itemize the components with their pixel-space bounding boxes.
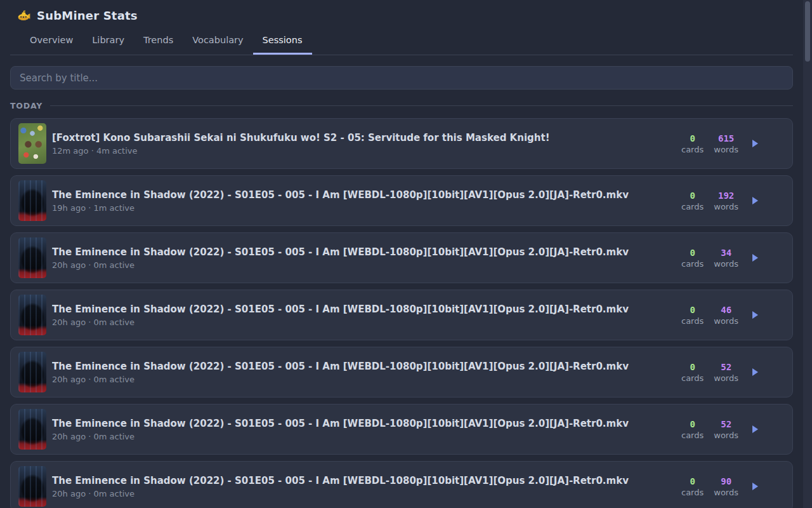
cards-label: cards: [681, 373, 704, 383]
session-meta: 12m ago · 4m active: [52, 146, 681, 156]
session-title: The Eminence in Shadow (2022) - S01E05 -…: [52, 418, 681, 429]
session-thumbnail: [18, 409, 46, 450]
session-meta: 20h ago · 0m active: [52, 318, 681, 327]
session-thumbnail: [18, 180, 46, 221]
words-count: 615: [718, 133, 734, 144]
session-meta: 19h ago · 1m active: [52, 203, 681, 213]
play-icon: [752, 368, 758, 376]
session-info: [Foxtrot] Kono Subarashii Sekai ni Shuku…: [52, 132, 681, 156]
session-info: The Eminence in Shadow (2022) - S01E05 -…: [52, 475, 681, 498]
tab-vocabulary[interactable]: Vocabulary: [183, 29, 252, 55]
words-count: 192: [718, 190, 734, 201]
session-stats: 0 cards 192 words: [681, 190, 785, 211]
cards-stat: 0 cards: [681, 248, 704, 269]
session-thumbnail: [18, 466, 46, 507]
session-title: The Eminence in Shadow (2022) - S01E05 -…: [52, 246, 681, 258]
words-stat: 192 words: [714, 190, 738, 211]
cards-label: cards: [681, 316, 704, 326]
words-count: 52: [721, 419, 731, 429]
page: SubMiner Stats Overview Library Trends V…: [0, 0, 812, 508]
session-card[interactable]: The Eminence in Shadow (2022) - S01E05 -…: [10, 461, 793, 508]
session-card[interactable]: The Eminence in Shadow (2022) - S01E05 -…: [10, 290, 793, 340]
cards-stat: 0 cards: [681, 133, 704, 154]
words-label: words: [714, 316, 738, 326]
session-thumbnail: [18, 352, 46, 392]
session-meta: 20h ago · 0m active: [52, 260, 681, 270]
section-heading-row: TODAY: [10, 101, 793, 110]
cards-stat: 0 cards: [681, 305, 704, 326]
session-thumbnail: [18, 237, 46, 278]
play-button[interactable]: [750, 423, 761, 436]
session-info: The Eminence in Shadow (2022) - S01E05 -…: [52, 189, 681, 213]
cards-count: 0: [690, 419, 695, 429]
session-title: The Eminence in Shadow (2022) - S01E05 -…: [52, 189, 681, 201]
words-label: words: [714, 259, 738, 269]
submarine-icon: [18, 10, 30, 21]
session-meta: 20h ago · 0m active: [52, 375, 681, 384]
session-stats: 0 cards 52 words: [681, 362, 785, 383]
scrollbar-track[interactable]: [803, 0, 812, 508]
words-count: 34: [721, 248, 731, 258]
session-info: The Eminence in Shadow (2022) - S01E05 -…: [52, 304, 681, 327]
session-card[interactable]: [Foxtrot] Kono Subarashii Sekai ni Shuku…: [10, 118, 793, 169]
cards-label: cards: [681, 488, 704, 497]
cards-label: cards: [681, 431, 704, 440]
cards-stat: 0 cards: [681, 190, 704, 211]
cards-count: 0: [690, 305, 695, 315]
session-meta: 20h ago · 0m active: [52, 432, 681, 441]
play-button[interactable]: [750, 366, 761, 378]
cards-count: 0: [690, 362, 695, 372]
search-input[interactable]: [10, 66, 793, 90]
session-info: The Eminence in Shadow (2022) - S01E05 -…: [52, 361, 681, 384]
session-thumbnail: [18, 295, 46, 335]
tab-overview[interactable]: Overview: [20, 29, 82, 55]
cards-count: 0: [690, 190, 695, 201]
tab-sessions[interactable]: Sessions: [253, 29, 312, 55]
tab-library[interactable]: Library: [82, 29, 134, 55]
cards-count: 0: [690, 248, 695, 258]
play-icon: [752, 254, 758, 262]
session-thumbnail: [18, 123, 46, 164]
words-stat: 90 words: [714, 476, 738, 497]
words-count: 52: [721, 362, 731, 372]
words-stat: 46 words: [714, 305, 738, 326]
session-stats: 0 cards 46 words: [681, 305, 785, 326]
app-title: SubMiner Stats: [37, 9, 138, 22]
words-stat: 52 words: [714, 419, 738, 440]
session-card[interactable]: The Eminence in Shadow (2022) - S01E05 -…: [10, 347, 793, 398]
session-card[interactable]: The Eminence in Shadow (2022) - S01E05 -…: [10, 404, 793, 455]
scrollbar-thumb[interactable]: [805, 1, 810, 62]
play-icon: [752, 140, 758, 147]
search-bar: [10, 66, 793, 90]
cards-count: 0: [690, 133, 695, 144]
session-stats: 0 cards 52 words: [681, 419, 785, 440]
cards-label: cards: [681, 145, 704, 154]
session-stats: 0 cards 90 words: [681, 476, 785, 497]
session-info: The Eminence in Shadow (2022) - S01E05 -…: [52, 246, 681, 270]
section-label: TODAY: [10, 101, 43, 110]
session-card[interactable]: The Eminence in Shadow (2022) - S01E05 -…: [10, 232, 793, 283]
session-meta: 20h ago · 0m active: [52, 489, 681, 498]
words-stat: 615 words: [714, 133, 738, 154]
words-label: words: [714, 202, 738, 211]
play-icon: [752, 311, 758, 319]
play-button[interactable]: [750, 251, 761, 264]
app-header: SubMiner Stats: [10, 0, 793, 29]
cards-count: 0: [690, 476, 695, 486]
play-button[interactable]: [750, 194, 761, 207]
words-stat: 34 words: [714, 248, 738, 269]
session-list: [Foxtrot] Kono Subarashii Sekai ni Shuku…: [10, 118, 793, 508]
tab-trends[interactable]: Trends: [134, 29, 183, 55]
play-button[interactable]: [750, 137, 761, 150]
cards-label: cards: [681, 259, 704, 269]
session-title: [Foxtrot] Kono Subarashii Sekai ni Shuku…: [52, 132, 681, 144]
play-button[interactable]: [750, 480, 761, 493]
play-button[interactable]: [750, 309, 761, 321]
cards-stat: 0 cards: [681, 419, 704, 440]
words-stat: 52 words: [714, 362, 738, 383]
words-label: words: [714, 488, 738, 497]
play-icon: [752, 483, 758, 490]
session-title: The Eminence in Shadow (2022) - S01E05 -…: [52, 361, 681, 372]
session-card[interactable]: The Eminence in Shadow (2022) - S01E05 -…: [10, 175, 793, 226]
tab-bar: Overview Library Trends Vocabulary Sessi…: [10, 29, 793, 55]
